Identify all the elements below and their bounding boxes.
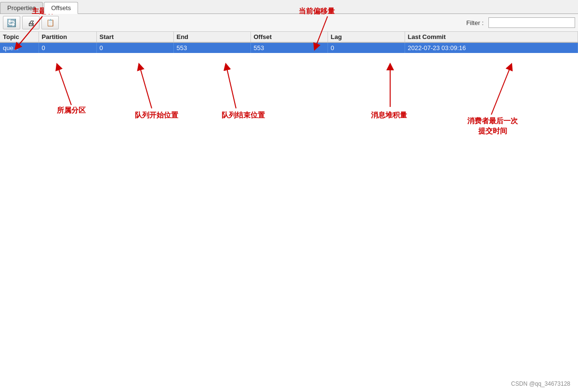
- cell-lag: 0: [328, 42, 405, 53]
- col-header-lag: Lag: [328, 32, 405, 42]
- annotation-partition: 所属分区: [57, 106, 86, 115]
- filter-label: Filter :: [466, 19, 484, 26]
- refresh-icon: 🔄: [7, 18, 16, 27]
- main-container: Properties Offsets 🔄 🖨 📋 Filter : Topic …: [0, 0, 578, 392]
- col-header-offset: Offset: [250, 32, 328, 42]
- watermark: CSDN @qq_34673128: [511, 380, 570, 387]
- offsets-table: Topic Partition Start End Offset Lag Las…: [0, 32, 578, 53]
- print-button[interactable]: 🖨: [22, 16, 39, 29]
- col-header-partition: Partition: [39, 32, 96, 42]
- col-header-topic: Topic: [0, 32, 39, 42]
- arrows-overlay: [0, 0, 578, 392]
- cell-end: 553: [173, 42, 250, 53]
- table-row[interactable]: que... 0 0 553 553 0 2022-07-23 03:09:16: [0, 42, 578, 53]
- table-container: Topic Partition Start End Offset Lag Las…: [0, 32, 578, 53]
- toolbar: 🔄 🖨 📋 Filter :: [0, 14, 578, 32]
- tab-properties[interactable]: Properties: [0, 2, 43, 13]
- cell-lastcommit: 2022-07-23 03:09:16: [405, 42, 578, 53]
- col-header-start: Start: [96, 32, 173, 42]
- svg-line-3: [140, 66, 152, 108]
- table-header-row: Topic Partition Start End Offset Lag Las…: [0, 32, 578, 42]
- refresh-button[interactable]: 🔄: [3, 16, 20, 29]
- cell-partition: 0: [39, 42, 96, 53]
- tab-offsets[interactable]: Offsets: [44, 2, 78, 14]
- filter-input[interactable]: [488, 17, 575, 28]
- svg-line-4: [226, 66, 236, 108]
- copy-icon: 📋: [46, 19, 54, 26]
- cell-start: 0: [96, 42, 173, 53]
- print-icon: 🖨: [27, 19, 35, 27]
- col-header-end: End: [173, 32, 250, 42]
- annotation-lag: 消息堆积量: [371, 111, 407, 120]
- svg-line-6: [491, 66, 511, 115]
- svg-line-2: [58, 66, 71, 105]
- annotation-last-commit: 消费者最后一次提交时间: [467, 116, 518, 136]
- cell-offset: 553: [250, 42, 328, 53]
- annotation-queue-start: 队列开始位置: [135, 111, 178, 120]
- col-header-lastcommit: Last Commit: [405, 32, 578, 42]
- cell-topic: que...: [0, 42, 39, 53]
- copy-button[interactable]: 📋: [41, 16, 59, 29]
- annotation-queue-end: 队列结束位置: [222, 111, 265, 120]
- tabs-bar: Properties Offsets: [0, 0, 578, 14]
